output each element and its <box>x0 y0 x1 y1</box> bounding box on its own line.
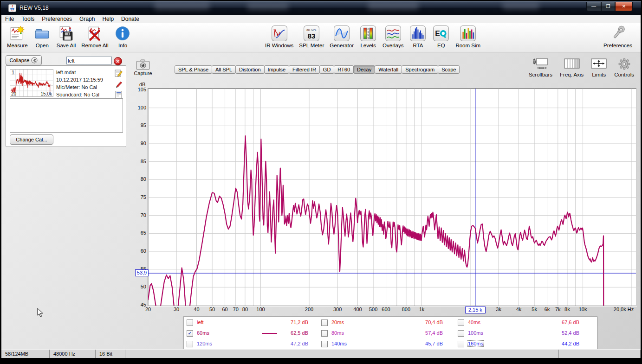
legend-value: 44,2 dB <box>547 341 579 346</box>
svg-text:E: E <box>435 30 441 38</box>
toolbar-button-open[interactable]: Open <box>33 25 51 48</box>
legend-checkbox-20ms[interactable] <box>321 319 328 326</box>
toolbar-button-removeall[interactable]: Remove All <box>81 25 108 48</box>
measurement-notes-box[interactable] <box>10 98 123 133</box>
tab-waterfall[interactable]: Waterfall <box>375 65 402 74</box>
measurement-name-input[interactable] <box>66 57 112 64</box>
change-cal-button[interactable]: Change Cal... <box>10 134 53 145</box>
edit-notes-icon[interactable] <box>115 69 123 77</box>
menu-item-graph[interactable]: Graph <box>76 15 98 23</box>
generator-icon <box>333 25 350 42</box>
toolbar-button-rta[interactable]: RTA <box>409 25 427 48</box>
tab-distortion[interactable]: Distortion <box>235 65 264 74</box>
toolbar-button-eq[interactable]: EEQ <box>432 25 450 48</box>
window-controls: — ❐ ✕ <box>586 2 633 11</box>
removeall-icon <box>86 25 104 42</box>
legend-label: 160ms <box>468 341 483 346</box>
tab-rt60[interactable]: RT60 <box>334 65 354 74</box>
tab-spectrogram[interactable]: Spectrogram <box>402 65 438 74</box>
measurement-filename: left.mdat <box>56 70 76 75</box>
thumbnail-freq-min: 20 <box>11 91 16 96</box>
legend-checkbox-40ms[interactable] <box>458 319 464 326</box>
toolbar-button-generator[interactable]: Generator <box>330 25 354 48</box>
svg-text:3: 3 <box>368 31 369 33</box>
irwindows-icon <box>271 25 288 42</box>
svg-text:6: 6 <box>368 33 369 36</box>
minimize-button[interactable]: — <box>586 2 601 11</box>
x-tick-label: 6k <box>545 307 550 312</box>
toolbar-button-saveall[interactable]: Save All <box>57 25 76 48</box>
toolbar-button-wrench[interactable]: Preferences <box>603 25 632 48</box>
measurement-thumbnail[interactable]: 1 20 15.0k <box>10 69 53 97</box>
toolbar-button-overlays[interactable]: Overlays <box>383 25 403 48</box>
legend-label: 80ms <box>331 330 344 336</box>
tab-scope[interactable]: Scope <box>438 65 460 74</box>
graph-button-limits[interactable]: Limits <box>591 58 607 77</box>
remove-measurement-icon[interactable]: ✕ <box>114 57 122 65</box>
legend-label: 40ms <box>468 319 480 325</box>
menu-item-tools[interactable]: Tools <box>18 15 38 23</box>
legend-value: 45,7 dB <box>410 341 443 346</box>
titlebar-glass-reflection <box>368 2 419 10</box>
status-cell-empty <box>125 350 559 358</box>
toolbar-button-roomsim[interactable]: Room Sim <box>455 25 480 48</box>
x-tick-label: 4k <box>516 307 522 312</box>
graph-button-label: Scrollbars <box>529 72 552 77</box>
tab-gd[interactable]: GD <box>319 65 335 74</box>
tab-decay[interactable]: Decay <box>353 65 375 74</box>
legend-checkbox-left[interactable] <box>187 319 193 326</box>
x-tick-label: 100 <box>256 307 265 312</box>
menu-item-donate[interactable]: Donate <box>117 15 143 23</box>
y-tick-label: 70 <box>134 212 146 218</box>
graph-button-gear[interactable]: Controls <box>614 58 634 77</box>
toolbar-button-irwindows[interactable]: IR Windows <box>265 25 293 48</box>
x-tick-label: 300 <box>333 307 342 312</box>
x-tick-label: 1k <box>419 307 425 312</box>
menu-item-file[interactable]: File <box>1 15 18 23</box>
menu-item-help[interactable]: Help <box>98 15 117 23</box>
legend-checkbox-120ms[interactable] <box>187 341 193 347</box>
graph-button-freqaxis[interactable]: Freq. Axis <box>560 58 584 77</box>
tab-filtered-ir[interactable]: Filtered IR <box>289 65 320 74</box>
toolbar-button-measure[interactable]: Measure <box>7 25 28 48</box>
title-bar[interactable]: REW V5,18 — ❐ ✕ <box>1 1 641 15</box>
legend-checkbox-80ms[interactable] <box>321 330 328 337</box>
close-button[interactable]: ✕ <box>615 2 633 11</box>
svg-text:dB SPL: dB SPL <box>307 28 317 32</box>
tab-spl-phase[interactable]: SPL & Phase <box>175 65 212 74</box>
toolbar-button-label: Levels <box>360 43 376 48</box>
toolbar-button-info[interactable]: Info <box>114 25 131 48</box>
legend-checkbox-160ms[interactable] <box>458 341 464 347</box>
svg-text:0: 0 <box>368 28 369 31</box>
measurement-info-icon[interactable] <box>115 90 123 99</box>
trace-color-pencil-icon[interactable] <box>115 80 123 88</box>
camera-icon <box>136 59 150 70</box>
legend-checkbox-100ms[interactable] <box>458 330 464 337</box>
toolbar-button-label: Remove All <box>81 43 108 48</box>
y-tick-label: 65 <box>134 230 146 236</box>
x-tick-label: 20 <box>145 307 151 312</box>
menu-item-preferences[interactable]: Preferences <box>38 15 76 23</box>
toolbar-button-levels[interactable]: 0369Levels <box>359 25 377 48</box>
measurement-card[interactable]: 1 20 15.0k left.mdat 10.12.2017 12:15:59… <box>6 65 126 147</box>
svg-text:9: 9 <box>368 37 369 39</box>
tab-impulse[interactable]: Impulse <box>264 65 290 74</box>
legend-value: 62,5 dB <box>276 330 308 336</box>
toolbar-button-splmeter[interactable]: dB SPL83SPL Meter <box>299 25 324 48</box>
roomsim-icon <box>459 25 477 42</box>
legend-checkbox-140ms[interactable] <box>321 341 328 347</box>
cursor-freq-readout: 2,15 k <box>465 307 486 313</box>
toolbar-group-center: IR WindowsdB SPL83SPL MeterGenerator0369… <box>265 25 480 48</box>
chevron-left-icon <box>31 57 38 64</box>
graph-button-scrollbars[interactable]: Scrollbars <box>529 58 552 77</box>
restore-button[interactable]: ❐ <box>601 2 615 11</box>
decay-plot-area[interactable] <box>148 88 636 306</box>
tab-all-spl[interactable]: All SPL <box>212 65 236 74</box>
graph-button-label: Freq. Axis <box>560 72 584 77</box>
y-tick-label: 60 <box>134 248 146 254</box>
capture-button[interactable]: Capture <box>135 59 151 78</box>
collapse-panel-button[interactable]: Collapse <box>6 55 42 65</box>
x-tick-label: 20,0k Hz <box>614 307 634 312</box>
y-tick-label: 75 <box>134 194 146 200</box>
legend-checkbox-60ms[interactable]: ✓ <box>187 330 193 337</box>
